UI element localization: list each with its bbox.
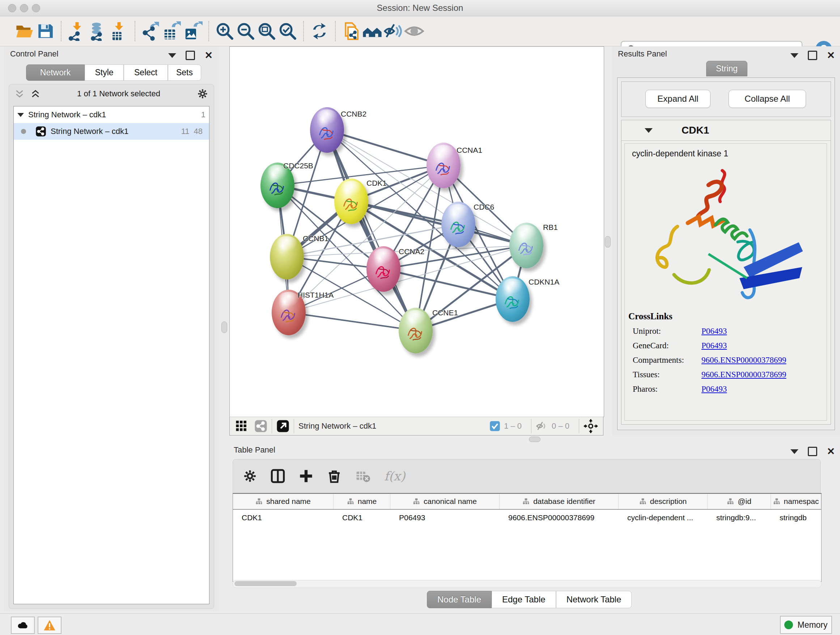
tab-node-table[interactable]: Node Table xyxy=(427,591,492,608)
collapse-all-icon[interactable] xyxy=(15,89,24,98)
expand-all-button[interactable]: Expand All xyxy=(645,90,711,108)
function-builder-fx: f(x) xyxy=(384,469,405,483)
table-row[interactable]: CDK1CDK1P064939606.ENSP00000378699cyclin… xyxy=(233,510,821,526)
open-session-icon[interactable] xyxy=(14,21,35,42)
delete-column-trash-icon[interactable] xyxy=(327,469,341,483)
show-columns-icon[interactable] xyxy=(271,469,285,483)
network-node-CDKN1A[interactable] xyxy=(496,276,530,322)
table-cell[interactable]: stringdb:9... xyxy=(707,510,771,526)
network-row-selected[interactable]: String Network – cdk1 11 48 xyxy=(14,123,209,140)
attribute-icon xyxy=(256,498,263,505)
control-panel-float-icon[interactable] xyxy=(186,51,195,60)
network-node-CCNA1[interactable] xyxy=(426,143,461,188)
network-node-CCNB2[interactable] xyxy=(310,107,344,153)
tab-string[interactable]: String xyxy=(706,61,747,76)
warnings-button[interactable] xyxy=(38,616,62,634)
crosslink-value-link[interactable]: P06493 xyxy=(701,341,727,350)
column-header-shared-name[interactable]: shared name xyxy=(233,494,333,509)
first-neighbors-icon[interactable] xyxy=(362,21,383,42)
memory-button[interactable]: Memory xyxy=(780,616,832,634)
zoom-in-icon[interactable] xyxy=(214,21,235,42)
column-header-namespac[interactable]: namespac xyxy=(771,494,821,509)
table-panel-title: Table Panel xyxy=(234,445,275,454)
horizontal-scrollbar-thumb[interactable] xyxy=(234,581,297,586)
network-options-gear-icon[interactable] xyxy=(197,88,208,99)
network-node-CCNA2[interactable] xyxy=(366,246,401,292)
network-node-CCNB1[interactable] xyxy=(270,234,304,279)
column-header-name[interactable]: name xyxy=(333,494,390,509)
tab-style[interactable]: Style xyxy=(85,65,124,81)
import-table-file-icon[interactable] xyxy=(109,21,129,42)
selected-count: 1 – 0 xyxy=(504,421,522,431)
hide-graphics-details-icon[interactable] xyxy=(383,21,404,42)
network-edge-CDK1-RB1[interactable] xyxy=(351,201,526,245)
network-edge-HIST1H1A-CCNE1[interactable] xyxy=(289,312,416,331)
collection-expand-icon[interactable] xyxy=(17,113,24,117)
horizontal-scrollbar[interactable] xyxy=(233,580,821,588)
network-node-CDC6[interactable] xyxy=(441,202,475,247)
tab-edge-table[interactable]: Edge Table xyxy=(492,591,556,608)
export-table-icon[interactable] xyxy=(161,21,182,42)
tab-sets[interactable]: Sets xyxy=(168,65,201,81)
column-header--id[interactable]: @id xyxy=(707,494,771,509)
network-node-RB1[interactable] xyxy=(509,223,543,268)
network-view-icon[interactable] xyxy=(254,420,267,432)
results-panel-menu-icon[interactable] xyxy=(790,53,798,58)
import-network-database-icon[interactable] xyxy=(88,21,109,42)
crosslink-value-link[interactable]: 9606.ENSP00000378699 xyxy=(701,356,786,365)
table-cell[interactable]: 9606.ENSP00000378699 xyxy=(500,510,619,526)
selected-checkbox-icon[interactable] xyxy=(489,421,500,432)
control-panel-menu-icon[interactable] xyxy=(168,53,176,58)
create-column-plus-icon[interactable] xyxy=(299,469,313,483)
collapse-all-button[interactable]: Collapse All xyxy=(729,90,806,108)
save-session-icon[interactable] xyxy=(35,21,56,42)
import-network-file-icon[interactable] xyxy=(66,21,88,42)
grid-view-icon[interactable] xyxy=(235,420,248,432)
crosslink-value-link[interactable]: P06493 xyxy=(701,326,727,336)
show-graphics-details-icon[interactable] xyxy=(404,21,425,42)
right-splitter-handle[interactable] xyxy=(605,236,611,248)
results-panel-close-icon[interactable]: ✕ xyxy=(827,52,835,59)
results-panel-float-icon[interactable] xyxy=(808,51,817,60)
network-node-CDK1[interactable] xyxy=(334,179,368,224)
expand-all-icon[interactable] xyxy=(31,89,40,98)
export-network-icon[interactable] xyxy=(141,21,161,42)
tab-network-table[interactable]: Network Table xyxy=(556,591,632,608)
bottom-splitter-handle[interactable] xyxy=(529,437,540,442)
table-panel-menu-icon[interactable] xyxy=(790,449,798,454)
export-image-icon[interactable] xyxy=(182,21,203,42)
table-cell[interactable]: P06493 xyxy=(390,510,500,526)
memory-label: Memory xyxy=(797,620,827,630)
left-splitter-handle[interactable] xyxy=(221,321,227,333)
table-cell[interactable]: stringdb xyxy=(771,510,821,526)
network-edge-CCNB2-CCNA1[interactable] xyxy=(327,130,444,165)
network-canvas[interactable]: CCNB2CCNA1CDC25BCDK1CDC6RB1CCNB1CCNA2CDK… xyxy=(229,46,604,417)
clone-network-icon[interactable] xyxy=(341,21,362,42)
pan-mode-icon[interactable] xyxy=(584,419,598,433)
column-header-canonical-name[interactable]: canonical name xyxy=(390,494,500,509)
table-options-gear-icon[interactable] xyxy=(243,469,257,483)
zoom-fit-icon[interactable] xyxy=(256,21,277,42)
gene-section-collapse-icon[interactable] xyxy=(645,128,653,133)
network-edge-CCNB2-CCNE1[interactable] xyxy=(327,130,416,331)
table-cell[interactable]: cyclin-dependent ... xyxy=(619,510,707,526)
table-panel-close-icon[interactable]: ✕ xyxy=(827,448,835,455)
crosslink-value-link[interactable]: P06493 xyxy=(701,385,727,394)
refresh-view-icon[interactable] xyxy=(309,21,330,42)
table-cell[interactable]: CDK1 xyxy=(233,510,333,526)
tab-network[interactable]: Network xyxy=(26,65,85,81)
zoom-selected-icon[interactable] xyxy=(277,21,298,42)
column-header-description[interactable]: description xyxy=(619,494,707,509)
cloud-status-button[interactable] xyxy=(11,616,35,634)
control-panel-close-icon[interactable]: ✕ xyxy=(204,52,213,59)
zoom-out-icon[interactable] xyxy=(235,21,256,42)
network-collection-row[interactable]: String Network – cdk1 1 xyxy=(14,106,209,123)
title-bar: Session: New Session xyxy=(0,0,840,16)
table-panel-float-icon[interactable] xyxy=(808,447,817,456)
network-node-CCNE1[interactable] xyxy=(399,308,433,353)
crosslink-value-link[interactable]: 9606.ENSP00000378699 xyxy=(701,370,786,379)
column-header-database-identifier[interactable]: database identifier xyxy=(500,494,619,509)
tab-select[interactable]: Select xyxy=(124,65,168,81)
table-cell[interactable]: CDK1 xyxy=(333,510,390,526)
detach-view-icon[interactable] xyxy=(276,420,289,432)
